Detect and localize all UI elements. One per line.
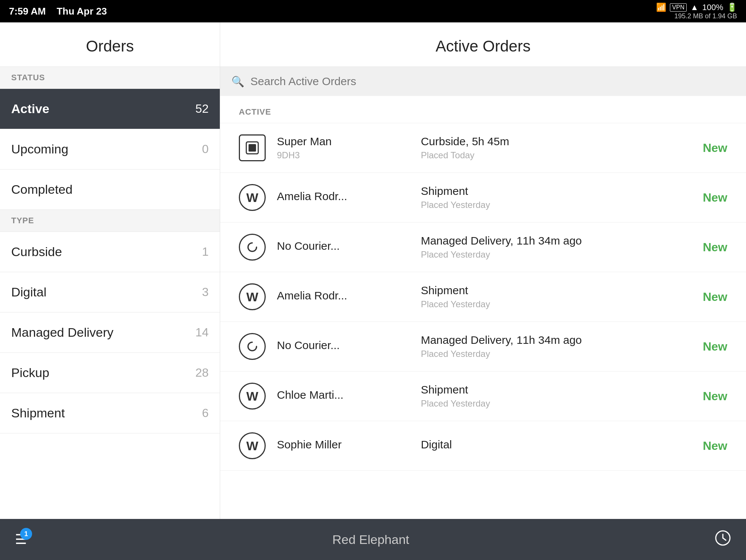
menu-button-wrap[interactable]: ☰ 1 (15, 532, 27, 547)
order-item[interactable]: W Chloe Marti... Shipment Placed Yesterd… (220, 371, 746, 421)
main-header: Active Orders (220, 22, 746, 67)
order-name: Amelia Rodr... (277, 190, 410, 203)
order-item[interactable]: No Courier... Managed Delivery, 11h 34m … (220, 322, 746, 371)
order-name: Sophie Miller (277, 438, 410, 451)
order-time: Placed Yesterday (421, 349, 686, 359)
order-name: Chloe Marti... (277, 389, 410, 401)
order-icon-w: W (239, 383, 266, 410)
order-status-new: New (697, 141, 727, 155)
memory-info: 195.2 MB of 1.94 GB (674, 12, 737, 20)
sidebar: Orders STATUS Active 52 Upcoming 0 Compl… (0, 22, 220, 519)
managed-delivery-label: Managed Delivery (11, 325, 113, 340)
battery-icon: 🔋 (727, 3, 737, 12)
sidebar-title: Orders (11, 37, 209, 55)
date: Thu Apr 23 (57, 6, 107, 17)
order-name: No Courier... (277, 339, 410, 352)
search-input[interactable] (250, 75, 735, 88)
active-section-label: ACTIVE (220, 96, 746, 123)
time: 7:59 AM (9, 6, 46, 17)
order-info: Digital (421, 438, 686, 453)
completed-label: Completed (11, 182, 72, 197)
orders-list: Super Man 9DH3 Curbside, 5h 45m Placed T… (220, 123, 746, 519)
order-time: Placed Yesterday (421, 200, 686, 210)
order-status-new: New (697, 290, 727, 304)
order-status-new: New (697, 340, 727, 354)
order-item[interactable]: Super Man 9DH3 Curbside, 5h 45m Placed T… (220, 123, 746, 173)
store-name: Red Elephant (332, 532, 409, 547)
svg-line-4 (723, 538, 726, 540)
digital-label: Digital (11, 285, 46, 299)
digital-count: 3 (202, 285, 209, 299)
shipment-label: Shipment (11, 406, 65, 420)
sidebar-item-managed-delivery[interactable]: Managed Delivery 14 (0, 312, 220, 353)
order-item[interactable]: W Sophie Miller Digital New (220, 421, 746, 471)
type-section-label: TYPE (0, 210, 220, 232)
order-time: Placed Yesterday (421, 398, 686, 409)
order-details: No Courier... (277, 240, 410, 255)
search-bar: 🔍 (220, 67, 746, 96)
sidebar-item-digital[interactable]: Digital 3 (0, 272, 220, 312)
active-count: 52 (195, 102, 209, 116)
search-icon: 🔍 (231, 75, 244, 88)
order-icon-square (239, 134, 266, 161)
managed-delivery-count: 14 (195, 326, 209, 339)
order-name: No Courier... (277, 240, 410, 252)
order-info: Shipment Placed Yesterday (421, 185, 686, 210)
order-name: Amelia Rodr... (277, 289, 410, 302)
order-type: Managed Delivery, 11h 34m ago (421, 334, 686, 346)
order-icon-c (239, 234, 266, 261)
sidebar-item-active[interactable]: Active 52 (0, 89, 220, 129)
order-info: Curbside, 5h 45m Placed Today (421, 135, 686, 161)
bottom-bar: ☰ 1 Red Elephant (0, 519, 746, 560)
order-time: Placed Yesterday (421, 249, 686, 260)
order-subtext: 9DH3 (277, 150, 410, 161)
sidebar-item-completed[interactable]: Completed (0, 169, 220, 210)
order-type: Shipment (421, 383, 686, 396)
status-bar: 7:59 AM Thu Apr 23 📶 VPN ▲ 100% 🔋 195.2 … (0, 0, 746, 22)
order-status-new: New (697, 439, 727, 453)
sidebar-header: Orders (0, 22, 220, 67)
order-item[interactable]: W Amelia Rodr... Shipment Placed Yesterd… (220, 173, 746, 223)
sidebar-item-pickup[interactable]: Pickup 28 (0, 353, 220, 393)
order-info: Managed Delivery, 11h 34m ago Placed Yes… (421, 234, 686, 260)
order-type: Shipment (421, 284, 686, 297)
order-status-new: New (697, 240, 727, 254)
battery-level: 100% (702, 3, 723, 12)
sidebar-item-shipment[interactable]: Shipment 6 (0, 393, 220, 433)
order-type: Curbside, 5h 45m (421, 135, 686, 148)
order-details: Amelia Rodr... (277, 289, 410, 304)
status-icons: 📶 VPN ▲ 100% 🔋 (656, 3, 737, 12)
main-title: Active Orders (239, 37, 727, 55)
order-icon-w: W (239, 432, 266, 459)
order-details: Super Man 9DH3 (277, 135, 410, 161)
order-details: Sophie Miller (277, 438, 410, 453)
order-info: Managed Delivery, 11h 34m ago Placed Yes… (421, 334, 686, 359)
order-details: No Courier... (277, 339, 410, 354)
sidebar-item-upcoming[interactable]: Upcoming 0 (0, 129, 220, 169)
order-icon-w: W (239, 184, 266, 211)
wifi-icon: 📶 (656, 3, 666, 12)
main-content: Active Orders 🔍 ACTIVE Super Man 9DH3 (220, 22, 746, 519)
order-info: Shipment Placed Yesterday (421, 383, 686, 409)
pickup-label: Pickup (11, 365, 49, 380)
sidebar-item-curbside[interactable]: Curbside 1 (0, 232, 220, 272)
status-right: 📶 VPN ▲ 100% 🔋 195.2 MB of 1.94 GB (656, 3, 737, 20)
order-item[interactable]: No Courier... Managed Delivery, 11h 34m … (220, 223, 746, 272)
status-time-date: 7:59 AM Thu Apr 23 (9, 6, 107, 17)
order-status-new: New (697, 191, 727, 205)
order-time: Placed Today (421, 150, 686, 161)
order-details: Chloe Marti... (277, 389, 410, 404)
active-label: Active (11, 102, 49, 116)
svg-rect-1 (249, 144, 256, 152)
order-time: Placed Yesterday (421, 299, 686, 309)
clock-button[interactable] (715, 530, 731, 550)
shipment-count: 6 (202, 406, 209, 420)
main-container: Orders STATUS Active 52 Upcoming 0 Compl… (0, 22, 746, 519)
notification-badge: 1 (20, 528, 32, 540)
order-item[interactable]: W Amelia Rodr... Shipment Placed Yesterd… (220, 272, 746, 322)
upcoming-label: Upcoming (11, 142, 68, 156)
vpn-badge: VPN (670, 3, 687, 12)
curbside-label: Curbside (11, 245, 62, 259)
order-type: Digital (421, 438, 686, 451)
order-info: Shipment Placed Yesterday (421, 284, 686, 309)
